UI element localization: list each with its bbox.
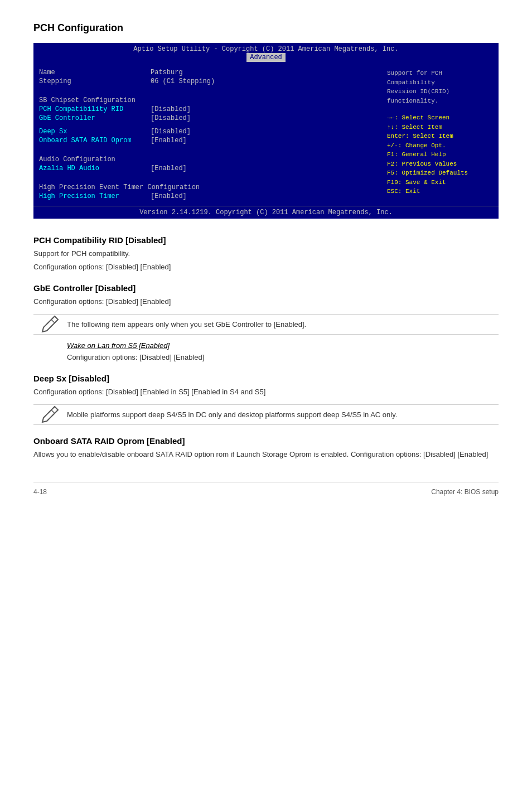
- bios-deep-sx-value: [Disabled]: [151, 128, 191, 136]
- footer-page-number: 4-18: [33, 488, 47, 496]
- bios-hpet-value: [Enabled]: [151, 192, 187, 200]
- key-help-line-1: →←: Select Screen: [387, 113, 493, 123]
- bios-gbe-label: GbE Controller: [39, 114, 151, 122]
- bios-hpet-label: High Precision Timer: [39, 192, 151, 200]
- deep-sx-note-text: Mobile platforms support deep S4/S5 in D…: [67, 410, 397, 419]
- bios-azalia-row: Azalia HD Audio [Enabled]: [39, 165, 376, 172]
- key-help-line-5: F1: General Help: [387, 150, 493, 160]
- bios-stepping-value: 06 (C1 Stepping): [151, 78, 215, 85]
- section-sata-raid-heading: Onboard SATA RAID Oprom [Enabled]: [33, 436, 499, 446]
- bios-hpet-row: High Precision Timer [Enabled]: [39, 192, 376, 200]
- bios-tab-advanced[interactable]: Advanced: [246, 53, 286, 62]
- deep-sx-note-box: Mobile platforms support deep S4/S5 in D…: [33, 404, 499, 425]
- bios-stepping-label: Stepping: [39, 78, 151, 85]
- bios-key-help: →←: Select Screen ↑↓: Select Item Enter:…: [387, 113, 493, 196]
- section-sata-raid-p1: Allows you to enable/disable onboard SAT…: [33, 449, 499, 460]
- bios-gbe-row: GbE Controller [Disabled]: [39, 114, 376, 122]
- bios-hpet-section: High Precision Event Timer Configuration: [39, 183, 376, 191]
- footer-chapter: Chapter 4: BIOS setup: [431, 488, 499, 496]
- page-title: PCH Configuration: [33, 22, 499, 34]
- section-deep-sx-heading: Deep Sx [Disabled]: [33, 374, 499, 383]
- page-content: PCH Configuration Aptio Setup Utility - …: [33, 22, 499, 496]
- section-pch-compat-p1: Support for PCH compatibility.: [33, 248, 499, 259]
- bios-pch-value: [Disabled]: [151, 105, 191, 113]
- section-pch-compat: PCH Compatibility RID [Disabled] Support…: [33, 235, 499, 272]
- note-pencil-icon: [39, 313, 61, 335]
- bios-stepping-row: Stepping 06 (C1 Stepping): [39, 78, 376, 85]
- bios-header: Aptio Setup Utility - Copyright (C) 2011…: [33, 43, 499, 64]
- section-gbe-p1: Configuration options: [Disabled] [Enabl…: [33, 296, 499, 307]
- section-pch-compat-heading: PCH Compatibility RID [Disabled]: [33, 235, 499, 245]
- bios-name-row: Name Patsburg: [39, 69, 376, 76]
- gbe-note-text: The following item appears only when you…: [67, 320, 306, 328]
- gbe-note-box: The following item appears only when you…: [33, 314, 499, 335]
- section-deep-sx-p1: Configuration options: [Disabled] [Enabl…: [33, 386, 499, 398]
- key-help-line-7: F5: Optimized Defaults: [387, 168, 493, 178]
- bios-terminal: Aptio Setup Utility - Copyright (C) 2011…: [33, 43, 499, 219]
- bios-body: Name Patsburg Stepping 06 (C1 Stepping) …: [33, 64, 499, 206]
- bios-azalia-value: [Enabled]: [151, 165, 187, 172]
- gbe-wake-on-lan-section: Wake on Lan from S5 [Enabled] Configurat…: [33, 341, 499, 363]
- section-deep-sx: Deep Sx [Disabled] Configuration options…: [33, 374, 499, 425]
- bios-sata-value: [Enabled]: [151, 137, 187, 144]
- bios-right-panel: Support for PCH CompatibilityRevision ID…: [381, 64, 499, 206]
- section-gbe: GbE Controller [Disabled] Configuration …: [33, 283, 499, 363]
- bios-pch-row: PCH Compatibility RID [Disabled]: [39, 105, 376, 113]
- bios-field-help: Support for PCH CompatibilityRevision ID…: [387, 69, 493, 105]
- bios-audio-section: Audio Configuration: [39, 156, 376, 163]
- bios-gbe-value: [Disabled]: [151, 114, 191, 122]
- bios-pch-label: PCH Compatibility RID: [39, 105, 151, 113]
- page-footer: 4-18 Chapter 4: BIOS setup: [33, 482, 499, 496]
- key-help-line-4: +/-: Change Opt.: [387, 141, 493, 151]
- bios-left-panel: Name Patsburg Stepping 06 (C1 Stepping) …: [33, 64, 381, 206]
- bios-sata-label: Onboard SATA RAID Oprom: [39, 137, 151, 144]
- deep-sx-pencil-icon: [39, 403, 61, 426]
- section-sata-raid: Onboard SATA RAID Oprom [Enabled] Allows…: [33, 436, 499, 460]
- bios-azalia-label: Azalia HD Audio: [39, 165, 151, 172]
- bios-sata-row: Onboard SATA RAID Oprom [Enabled]: [39, 137, 376, 144]
- bios-deep-sx-row: Deep Sx [Disabled]: [39, 128, 376, 136]
- section-gbe-heading: GbE Controller [Disabled]: [33, 283, 499, 293]
- section-pch-compat-p2: Configuration options: [Disabled] [Enabl…: [33, 262, 499, 273]
- bios-footer: Version 2.14.1219. Copyright (C) 2011 Am…: [33, 206, 499, 219]
- bios-sb-section: SB Chipset Configuration: [39, 96, 376, 104]
- bios-deep-sx-label: Deep Sx: [39, 128, 151, 136]
- key-help-line-9: ESC: Exit: [387, 187, 493, 196]
- bios-header-text: Aptio Setup Utility - Copyright (C) 2011…: [133, 45, 398, 53]
- wake-on-lan-label: Wake on Lan from S5 [Enabled]: [67, 341, 499, 350]
- bios-name-label: Name: [39, 69, 151, 76]
- bios-name-value: Patsburg: [151, 69, 183, 76]
- key-help-line-2: ↑↓: Select Item: [387, 123, 493, 132]
- wake-on-lan-config: Configuration options: [Disabled] [Enabl…: [67, 352, 499, 363]
- key-help-line-6: F2: Previous Values: [387, 160, 493, 169]
- key-help-line-3: Enter: Select Item: [387, 132, 493, 141]
- key-help-line-8: F10: Save & Exit: [387, 178, 493, 187]
